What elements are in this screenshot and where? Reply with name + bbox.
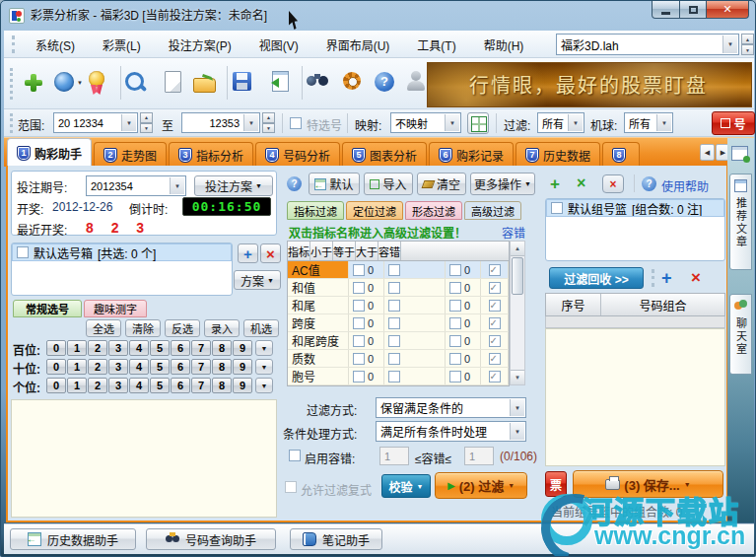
default-button[interactable]: 默认: [309, 173, 360, 195]
number-center-button[interactable]: 号: [712, 111, 755, 135]
less-than-checkbox[interactable]: [353, 317, 365, 329]
less-than-checkbox[interactable]: [353, 282, 365, 294]
main-tab[interactable]: 6 购彩记录: [429, 142, 514, 167]
less-than-checkbox[interactable]: [353, 335, 365, 347]
basket-checkbox[interactable]: [551, 202, 563, 214]
greater-than-checkbox[interactable]: [449, 371, 461, 383]
scheme-combobox[interactable]: 福彩3D.lah ▼: [556, 34, 739, 55]
filter-table-row[interactable]: AC值 0 0: [288, 261, 509, 279]
bet-plan-button[interactable]: 投注方案▼: [194, 175, 273, 196]
award-icon[interactable]: [83, 66, 112, 100]
digit-button[interactable]: 7: [191, 340, 211, 356]
condition-mode-combobox[interactable]: 满足所有条件时处理▼: [376, 421, 526, 442]
scrollbar-thumb[interactable]: [512, 257, 523, 295]
chevron-down-icon[interactable]: ▼: [445, 114, 459, 131]
digit-button[interactable]: 8: [212, 340, 232, 356]
digit-button[interactable]: 1: [67, 340, 87, 356]
scroll-up-icon[interactable]: ▲: [511, 242, 524, 256]
filter-tab[interactable]: 指标过滤: [287, 201, 344, 220]
menubar-spinner[interactable]: ▲▼: [741, 34, 754, 55]
digit-button[interactable]: 5: [150, 378, 170, 393]
chevron-down-icon[interactable]: ▼: [568, 114, 583, 131]
mapping-table-button[interactable]: [467, 112, 489, 134]
news-icon[interactable]: [731, 146, 748, 161]
chevron-down-icon[interactable]: ▼: [510, 399, 524, 416]
side-tab-articles[interactable]: 推荐文章: [729, 174, 752, 270]
hundreds-dropdown-button[interactable]: ▼: [255, 340, 273, 356]
chevron-down-icon[interactable]: ▼: [121, 114, 136, 131]
less-than-checkbox[interactable]: [353, 371, 365, 383]
greater-than-checkbox[interactable]: [449, 300, 461, 312]
globe-icon[interactable]: [51, 66, 81, 100]
tolerance-checkbox[interactable]: [489, 300, 501, 312]
equal-checkbox[interactable]: [388, 353, 400, 365]
greater-than-checkbox[interactable]: [449, 282, 461, 294]
column-header[interactable]: 容错: [378, 242, 401, 260]
digit-button[interactable]: 5: [150, 340, 170, 356]
filter-recycle-button[interactable]: 过滤回收 >>: [549, 267, 644, 289]
spin-up-icon[interactable]: ▲: [262, 112, 275, 123]
digit-button[interactable]: 6: [171, 340, 190, 356]
indicator-name-cell[interactable]: 质数: [288, 350, 349, 367]
digit-button[interactable]: 4: [129, 359, 149, 375]
issue-combobox[interactable]: 2012354▼: [86, 175, 186, 196]
spin-down-icon[interactable]: ▼: [140, 123, 153, 134]
main-tab[interactable]: 4 号码分析: [255, 142, 340, 167]
digit-button[interactable]: 5: [150, 359, 170, 375]
grip-handle[interactable]: [12, 35, 15, 53]
note-helper-button[interactable]: 笔记助手: [290, 528, 382, 550]
digit-button[interactable]: 9: [233, 340, 252, 356]
range-to-spinner[interactable]: ▲▼: [262, 112, 275, 133]
clear-basket-icon[interactable]: ×: [602, 174, 624, 193]
filter-execute-button[interactable]: ▶ (2) 过滤 ▼: [435, 472, 527, 499]
equal-checkbox[interactable]: [388, 264, 400, 276]
maximize-button[interactable]: [680, 1, 707, 19]
special-number-checkbox[interactable]: [290, 117, 302, 129]
digit-button[interactable]: 9: [233, 359, 252, 375]
import-icon[interactable]: [264, 66, 294, 100]
chevron-down-icon[interactable]: ▼: [243, 114, 258, 131]
digit-button[interactable]: 3: [108, 340, 128, 356]
digit-button[interactable]: 1: [67, 378, 87, 393]
digit-button[interactable]: 6: [171, 359, 190, 375]
main-tab[interactable]: 2 走势图: [94, 142, 167, 167]
menu-item[interactable]: 系统(S): [32, 35, 79, 55]
main-tab[interactable]: 1 购彩助手: [7, 138, 92, 167]
title-bar[interactable]: 彩票分析家 - 福彩3D [当前投注方案：未命名] ✕: [1, 1, 756, 31]
tab-regular-pick[interactable]: 常规选号: [13, 300, 82, 317]
range-to-combobox[interactable]: 12353▼: [181, 112, 260, 133]
indicator-name-cell[interactable]: 和尾跨度: [288, 332, 349, 349]
range-from-spinner[interactable]: ▲▼: [140, 112, 153, 133]
indicator-name-cell[interactable]: 和值: [288, 279, 349, 296]
number-lookup-helper-button[interactable]: 号码查询助手: [146, 528, 276, 550]
add-box-button[interactable]: +: [238, 244, 258, 263]
pick-action-button[interactable]: 机选: [243, 319, 279, 337]
menu-item[interactable]: 视图(V): [255, 35, 303, 55]
equal-checkbox[interactable]: [388, 300, 400, 312]
add-combination-button[interactable]: +: [661, 268, 672, 289]
ones-dropdown-button[interactable]: ▼: [255, 378, 273, 393]
help-icon[interactable]: ?: [287, 176, 302, 191]
menu-item[interactable]: 帮助(H): [480, 35, 528, 55]
open-folder-icon[interactable]: [189, 66, 219, 100]
clear-button[interactable]: 清空: [417, 173, 466, 195]
digit-button[interactable]: 7: [191, 378, 211, 393]
grip-handle[interactable]: [652, 269, 654, 287]
filter-table-row[interactable]: 质数 0 0: [288, 350, 509, 368]
save-icon[interactable]: [227, 66, 262, 100]
digit-button[interactable]: 0: [46, 340, 66, 356]
column-header[interactable]: 大于: [356, 242, 378, 260]
spin-up-icon[interactable]: ▲: [140, 112, 153, 123]
chevron-down-icon[interactable]: ▼: [170, 177, 184, 194]
spin-up-icon[interactable]: ▲: [741, 34, 754, 44]
filter-table-row[interactable]: 胞号 0 0: [288, 368, 509, 385]
delete-box-button[interactable]: ×: [260, 244, 281, 263]
less-than-checkbox[interactable]: [353, 300, 365, 312]
pick-action-button[interactable]: 全选: [86, 319, 121, 337]
filter-tab[interactable]: 高级过滤: [464, 201, 521, 220]
ticket-button[interactable]: 票: [545, 471, 567, 497]
menu-item[interactable]: 彩票(L): [99, 35, 145, 55]
equal-checkbox[interactable]: [388, 371, 400, 383]
allow-compound-checkbox[interactable]: [285, 481, 297, 493]
main-tab[interactable]: 8: [602, 142, 640, 167]
